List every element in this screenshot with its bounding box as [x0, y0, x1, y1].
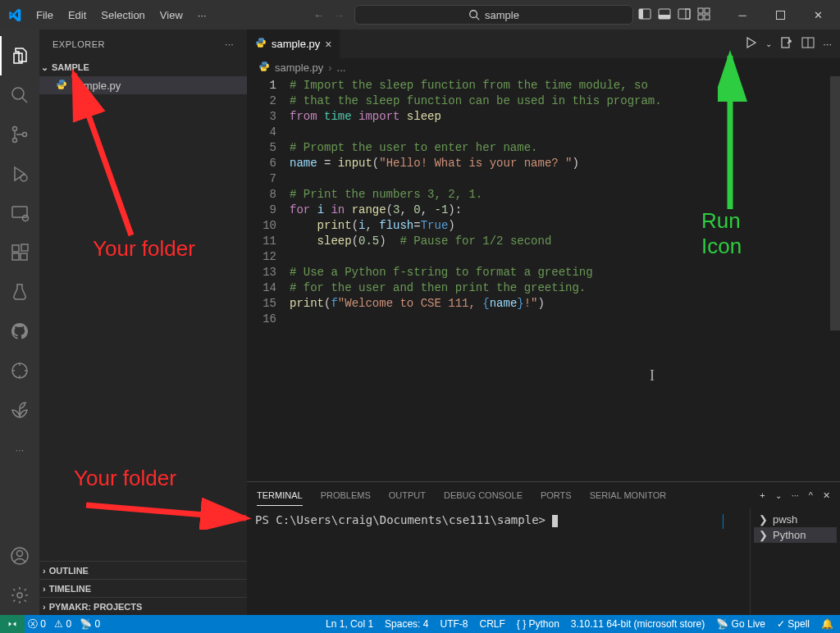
terminal-entry-pwsh[interactable]: ❯pwsh — [754, 512, 837, 527]
shell-icon: ❯ — [759, 529, 768, 541]
warnings-status[interactable]: ⚠ 0 — [54, 618, 71, 630]
code-editor[interactable]: 12345678910111213141516 # Import the sle… — [247, 76, 840, 481]
pymakr-panel[interactable]: ›PYMAKR: PROJECTS — [39, 597, 247, 615]
close-panel-icon[interactable]: ✕ — [823, 485, 830, 506]
svg-point-16 — [13, 139, 17, 143]
tab-serial-monitor[interactable]: SERIAL MONITOR — [590, 485, 667, 505]
chevron-down-icon: ⌄ — [41, 62, 48, 73]
interpreter-status[interactable]: 3.10.11 64-bit (microsoft store) — [571, 618, 705, 630]
breadcrumb-file: sample.py — [275, 61, 323, 74]
svg-point-28 — [17, 593, 22, 598]
svg-rect-23 — [21, 253, 27, 260]
svg-point-17 — [23, 133, 27, 137]
tab-debug-console[interactable]: DEBUG CONSOLE — [444, 485, 523, 505]
settings-gear-icon[interactable] — [0, 576, 39, 615]
scrollbar[interactable] — [830, 76, 840, 330]
svg-rect-22 — [12, 253, 19, 260]
layout-panel-icon[interactable] — [658, 7, 671, 23]
file-label: sample.py — [72, 80, 121, 92]
svg-rect-6 — [678, 9, 690, 19]
remote-indicator[interactable] — [0, 615, 25, 633]
terminal-dropdown-icon[interactable]: ⌄ — [775, 486, 782, 505]
svg-line-14 — [22, 98, 27, 102]
svg-point-13 — [12, 88, 24, 99]
terminal[interactable]: PS C:\Users\craig\Documents\cse111\sampl… — [247, 508, 750, 615]
menu-view[interactable]: View — [153, 6, 189, 25]
customize-layout-icon[interactable] — [697, 7, 710, 23]
menu-edit[interactable]: Edit — [62, 6, 93, 25]
layout-sidebar-right-icon[interactable] — [678, 7, 691, 23]
maximize-panel-icon[interactable]: ^ — [809, 485, 813, 505]
errors-status[interactable]: ⓧ 0 — [28, 617, 46, 631]
run-play-icon[interactable] — [744, 36, 757, 52]
svg-rect-21 — [12, 245, 19, 252]
search-activity-icon[interactable] — [0, 75, 39, 115]
go-live-status[interactable]: 📡 Go Live — [716, 618, 765, 630]
run-dropdown-icon[interactable]: ⌄ — [765, 39, 772, 48]
menu-more-icon[interactable]: ··· — [191, 6, 213, 25]
file-item-sample[interactable]: sample.py — [39, 76, 247, 94]
menu-selection[interactable]: Selection — [94, 6, 151, 25]
editor-more-icon[interactable]: ··· — [823, 38, 832, 50]
github-icon[interactable] — [0, 312, 39, 351]
tab-output[interactable]: OUTPUT — [389, 485, 426, 505]
nav-forward-icon[interactable]: → — [334, 9, 345, 21]
radio-status[interactable]: 📡 0 — [80, 618, 100, 630]
tab-bar: sample.py × ⌄ ··· — [247, 30, 840, 58]
source-control-icon[interactable] — [0, 115, 39, 154]
svg-rect-7 — [686, 9, 690, 19]
encoding-status[interactable]: UTF-8 — [440, 618, 468, 630]
window-minimize-icon[interactable]: ─ — [724, 0, 761, 30]
tab-sample[interactable]: sample.py × — [247, 30, 340, 58]
spell-status[interactable]: ✓ Spell — [777, 618, 810, 630]
language-status[interactable]: { } Python — [517, 618, 559, 630]
search-value: sample — [485, 9, 519, 21]
go-file-icon[interactable] — [780, 36, 793, 52]
testing-icon[interactable] — [0, 272, 39, 312]
code-content[interactable]: # Import the sleep function from the tim… — [290, 76, 840, 481]
split-editor-icon[interactable] — [801, 36, 815, 52]
python-file-icon — [255, 37, 267, 51]
layout-sidebar-left-icon[interactable] — [638, 7, 651, 23]
extensions-icon[interactable] — [0, 233, 39, 272]
sidebar-more-icon[interactable]: ··· — [225, 39, 234, 49]
run-debug-icon[interactable] — [0, 154, 39, 194]
plant-icon[interactable] — [0, 390, 39, 430]
breadcrumb[interactable]: sample.py › ... — [247, 58, 840, 76]
svg-rect-10 — [698, 15, 703, 20]
remote-explorer-icon[interactable] — [0, 194, 39, 233]
close-tab-icon[interactable]: × — [325, 38, 331, 51]
terminal-more-icon[interactable]: ··· — [792, 485, 799, 505]
command-center-search[interactable]: sample — [354, 5, 633, 25]
new-terminal-icon[interactable]: + — [760, 485, 765, 505]
menu-file[interactable]: File — [30, 6, 60, 25]
status-bar: ⓧ 0 ⚠ 0 📡 0 Ln 1, Col 1 Spaces: 4 UTF-8 … — [0, 615, 840, 633]
editor-group: sample.py × ⌄ ··· sample.py › ... 123456… — [247, 30, 840, 615]
eol-status[interactable]: CRLF — [479, 618, 504, 630]
window-close-icon[interactable]: ✕ — [799, 0, 837, 30]
outline-panel[interactable]: ›OUTLINE — [39, 561, 247, 579]
more-activity-icon[interactable]: ··· — [0, 430, 39, 469]
indentation-status[interactable]: Spaces: 4 — [385, 618, 428, 630]
timeline-panel[interactable]: ›TIMELINE — [39, 579, 247, 597]
window-maximize-icon[interactable] — [761, 0, 799, 30]
line-gutter: 12345678910111213141516 — [247, 76, 290, 481]
cursor-position[interactable]: Ln 1, Col 1 — [326, 618, 373, 630]
nav-back-icon[interactable]: ← — [313, 9, 324, 21]
notifications-icon[interactable]: 🔔 — [821, 618, 833, 630]
tab-problems[interactable]: PROBLEMS — [321, 485, 371, 505]
svg-point-20 — [23, 216, 29, 221]
terminal-entry-python[interactable]: ❯Python — [754, 527, 837, 543]
activity-bar: ··· — [0, 30, 39, 615]
folder-root[interactable]: ⌄ SAMPLE — [39, 58, 247, 76]
shell-icon: ❯ — [759, 513, 768, 526]
target-icon[interactable] — [0, 351, 39, 390]
explorer-icon[interactable] — [0, 36, 39, 75]
tab-ports[interactable]: PORTS — [541, 485, 572, 505]
tab-terminal[interactable]: TERMINAL — [257, 485, 303, 506]
accounts-icon[interactable] — [0, 536, 39, 576]
svg-point-15 — [13, 127, 17, 131]
svg-rect-3 — [639, 9, 643, 19]
svg-rect-12 — [776, 11, 784, 19]
svg-rect-11 — [705, 15, 710, 20]
